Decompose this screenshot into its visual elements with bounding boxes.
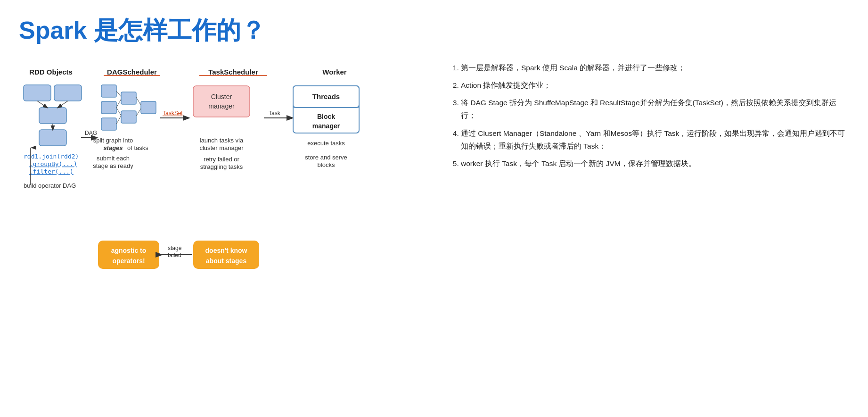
notes-list: 第一层是解释器，Spark 使用 Scala 的解释器，并进行了一些修改； Ac… <box>448 61 849 170</box>
rdd-box-4 <box>39 130 66 146</box>
dag-desc-of-tasks: of tasks <box>127 144 148 151</box>
task-desc-1a: launch tasks via <box>200 137 244 144</box>
rdd-box-2 <box>54 85 82 101</box>
worker-desc-2a: store and serve <box>305 154 347 161</box>
dag-desc-2b: stage as ready <box>93 162 133 169</box>
dag-arrow-label: DAG <box>85 130 97 136</box>
col-header-task: TaskScheduler <box>208 68 258 76</box>
code-line2: .groupBy(...) <box>29 160 77 167</box>
st-arrow-5 <box>136 97 141 105</box>
st-arrow-4 <box>116 108 121 116</box>
code-line3: .filter(...) <box>29 168 74 175</box>
dag-desc-1: split graph into <box>93 137 133 144</box>
st-arrow-3 <box>116 116 121 124</box>
note-item-5: worker 执行 Task，每个 Task 启动一个新的 JVM，保存并管理数… <box>461 157 849 170</box>
main-content: RDD Objects DAGScheduler TaskScheduler W… <box>19 61 849 342</box>
dag-desc-2a: submit each <box>97 155 130 162</box>
cluster-manager-line1: Cluster <box>211 93 232 100</box>
task-desc-2b: straggling tasks <box>200 163 243 170</box>
worker-threads-label: Threads <box>312 92 340 100</box>
dag-orange-badge <box>98 241 159 269</box>
dag-badge-line2: operators! <box>112 257 145 265</box>
cluster-manager-box <box>193 86 250 117</box>
task-badge-line2: about stages <box>206 257 247 265</box>
note-item-4: 通过 Clusert Manager（Standalone 、Yarn 和Mes… <box>461 127 849 152</box>
stage-failed-label-2: failed <box>168 252 181 259</box>
task-badge-line1: doesn't know <box>205 247 247 254</box>
task-desc-1b: cluster manager <box>199 144 244 151</box>
taskset-label: TaskSet <box>163 110 183 117</box>
note-item-1: 第一层是解释器，Spark 使用 Scala 的解释器，并进行了一些修改； <box>461 61 849 74</box>
cluster-manager-line2: manager <box>208 102 235 110</box>
worker-block-line2: manager <box>312 122 340 130</box>
rdd-box-1 <box>24 85 51 101</box>
col-header-dag: DAGScheduler <box>107 68 157 76</box>
stage-box-3-1 <box>141 101 156 114</box>
page-title: Spark 是怎样工作的？ <box>19 14 849 47</box>
diagram-svg: RDD Objects DAGScheduler TaskScheduler W… <box>19 61 424 340</box>
stage-box-2-1 <box>121 92 136 104</box>
rdd-arrow-1 <box>37 101 47 108</box>
stage-box-2-2 <box>121 111 136 123</box>
worker-block-line1: Block <box>317 113 335 120</box>
dag-desc-stages: stages <box>103 144 123 151</box>
note-item-2: Action 操作触发提交作业； <box>461 79 849 92</box>
st-arrow-6 <box>136 108 141 116</box>
stage-box-1-1 <box>101 85 116 97</box>
st-arrow-2 <box>116 99 121 108</box>
task-worker-label: Task <box>269 110 281 117</box>
diagram-area: RDD Objects DAGScheduler TaskScheduler W… <box>19 61 429 342</box>
worker-desc-1: execute tasks <box>307 140 345 147</box>
col-header-worker: Worker <box>322 68 347 76</box>
task-orange-badge <box>193 241 259 269</box>
dag-badge-line1: agnostic to <box>111 247 147 254</box>
build-dag-label: build operator DAG <box>24 182 76 189</box>
rdd-arrow-2 <box>58 101 68 108</box>
notes-section: 第一层是解释器，Spark 使用 Scala 的解释器，并进行了一些修改； Ac… <box>448 61 849 175</box>
stage-box-1-3 <box>101 118 116 130</box>
stage-failed-label-1: stage <box>168 245 182 251</box>
rdd-box-3 <box>39 108 66 124</box>
stage-box-1-2 <box>101 101 116 114</box>
task-desc-2a: retry failed or <box>204 156 240 163</box>
col-header-rdd: RDD Objects <box>29 68 73 76</box>
worker-desc-2b: blocks <box>318 161 335 168</box>
note-item-3: 将 DAG Stage 拆分为 ShuffeMapStage 和 ResultS… <box>461 96 849 122</box>
st-arrow-1 <box>116 91 121 97</box>
code-line1: rdd1.join(rdd2) <box>24 153 79 160</box>
